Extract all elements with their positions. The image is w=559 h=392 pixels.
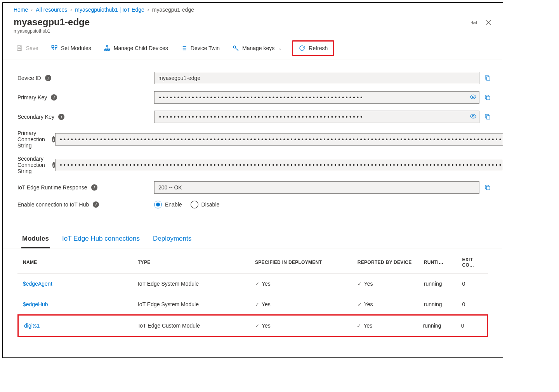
enable-conn-label: Enable connection to IoT Hub bbox=[17, 201, 89, 208]
check-icon: ✓ bbox=[357, 323, 361, 329]
tree-icon bbox=[104, 45, 111, 52]
svg-rect-20 bbox=[486, 96, 490, 100]
breadcrumb-allresources[interactable]: All resources bbox=[36, 7, 67, 13]
svg-point-17 bbox=[233, 46, 236, 48]
check-icon: ✓ bbox=[255, 281, 259, 287]
breadcrumb-iothub[interactable]: myasegpuiothub1 | IoT Edge bbox=[75, 7, 144, 13]
breadcrumb: Home › All resources › myasegpuiothub1 |… bbox=[3, 3, 503, 16]
svg-rect-5 bbox=[52, 45, 54, 47]
device-id-field: myasegpu1-edge bbox=[154, 72, 479, 84]
col-name[interactable]: NAME bbox=[17, 248, 135, 274]
module-link[interactable]: digits1 bbox=[24, 323, 40, 329]
breadcrumb-current: myasegpu1-edge bbox=[152, 7, 194, 13]
svg-point-10 bbox=[108, 49, 110, 51]
copy-icon[interactable] bbox=[484, 113, 492, 120]
device-twin-button[interactable]: Device Twin bbox=[178, 43, 222, 53]
tab-deployments[interactable]: Deployments bbox=[152, 235, 192, 248]
page-title: myasegpu1-edge bbox=[14, 17, 90, 28]
check-icon: ✓ bbox=[358, 302, 362, 307]
breadcrumb-home[interactable]: Home bbox=[14, 7, 28, 13]
chevron-right-icon: › bbox=[70, 7, 72, 12]
svg-rect-4 bbox=[18, 49, 21, 50]
svg-rect-6 bbox=[55, 45, 57, 47]
svg-point-8 bbox=[104, 49, 106, 51]
modules-icon bbox=[51, 45, 58, 52]
col-type[interactable]: TYPE bbox=[135, 248, 252, 274]
svg-point-19 bbox=[472, 96, 474, 98]
page-subtitle: myasegpuiothub1 bbox=[14, 28, 90, 34]
info-icon[interactable]: i bbox=[51, 94, 57, 101]
info-icon[interactable]: i bbox=[58, 114, 64, 120]
chevron-right-icon: › bbox=[31, 7, 33, 12]
chevron-right-icon: › bbox=[148, 7, 149, 12]
svg-point-7 bbox=[106, 45, 108, 47]
modules-table: NAME TYPE SPECIFIED IN DEPLOYMENT REPORT… bbox=[17, 248, 488, 315]
primary-conn-field: ••••••••••••••••••••••••••••••••••••••••… bbox=[55, 133, 503, 146]
toolbar: Save Set Modules Manage Child Devices De… bbox=[3, 37, 503, 59]
key-icon bbox=[232, 45, 239, 52]
runtime-response-label: IoT Edge Runtime Response bbox=[17, 184, 87, 191]
tab-modules[interactable]: Modules bbox=[21, 235, 50, 248]
secondary-key-label: Secondary Key bbox=[17, 114, 54, 120]
disable-radio[interactable]: Disable bbox=[191, 201, 220, 208]
info-icon[interactable]: i bbox=[93, 201, 99, 208]
copy-icon[interactable] bbox=[484, 75, 492, 82]
svg-point-21 bbox=[472, 115, 474, 117]
secondary-conn-label: Secondary Connection String bbox=[17, 156, 49, 174]
info-icon[interactable]: i bbox=[52, 136, 55, 142]
svg-point-9 bbox=[106, 49, 108, 51]
col-spec[interactable]: SPECIFIED IN DEPLOYMENT bbox=[252, 248, 354, 274]
svg-rect-27 bbox=[486, 186, 490, 190]
highlighted-row-box: digits1 IoT Edge Custom Module ✓Yes ✓Yes… bbox=[17, 314, 488, 337]
table-row[interactable]: digits1 IoT Edge Custom Module ✓Yes ✓Yes… bbox=[19, 316, 487, 336]
info-icon[interactable]: i bbox=[52, 162, 55, 168]
refresh-icon bbox=[299, 45, 306, 52]
table-row[interactable]: $edgeHub IoT Edge System Module ✓Yes ✓Ye… bbox=[17, 294, 488, 315]
save-icon bbox=[16, 45, 23, 52]
enable-radio[interactable]: Enable bbox=[154, 201, 182, 208]
svg-rect-3 bbox=[18, 46, 20, 47]
reveal-icon[interactable] bbox=[470, 94, 477, 102]
col-exit[interactable]: EXIT CO… bbox=[459, 248, 488, 274]
refresh-button[interactable]: Refresh bbox=[296, 43, 330, 53]
module-link[interactable]: $edgeAgent bbox=[23, 281, 52, 287]
info-icon[interactable]: i bbox=[91, 184, 97, 191]
check-icon: ✓ bbox=[255, 302, 259, 307]
reveal-icon[interactable] bbox=[470, 113, 477, 121]
primary-conn-label: Primary Connection String bbox=[17, 130, 48, 149]
tab-connections[interactable]: IoT Edge Hub connections bbox=[61, 235, 141, 248]
table-row[interactable]: $edgeAgent IoT Edge System Module ✓Yes ✓… bbox=[17, 274, 488, 294]
manage-keys-button[interactable]: Manage keys ⌄ bbox=[230, 43, 284, 53]
list-icon bbox=[181, 45, 187, 52]
manage-child-devices-button[interactable]: Manage Child Devices bbox=[101, 43, 170, 53]
check-icon: ✓ bbox=[255, 323, 259, 329]
chevron-down-icon: ⌄ bbox=[278, 46, 282, 51]
device-id-label: Device ID bbox=[17, 75, 41, 81]
svg-rect-18 bbox=[486, 77, 490, 80]
primary-key-field: ••••••••••••••••••••••••••••••••••••••••… bbox=[154, 91, 479, 104]
col-reported[interactable]: REPORTED BY DEVICE bbox=[354, 248, 421, 274]
set-modules-button[interactable]: Set Modules bbox=[49, 43, 94, 53]
copy-icon[interactable] bbox=[484, 184, 492, 191]
check-icon: ✓ bbox=[358, 281, 362, 287]
col-runtime[interactable]: RUNTI… bbox=[421, 248, 459, 274]
secondary-key-field: ••••••••••••••••••••••••••••••••••••••••… bbox=[154, 111, 479, 123]
secondary-conn-field: ••••••••••••••••••••••••••••••••••••••••… bbox=[55, 159, 503, 171]
primary-key-label: Primary Key bbox=[17, 94, 47, 101]
close-icon[interactable] bbox=[485, 19, 492, 27]
runtime-response-field: 200 -- OK bbox=[154, 181, 479, 194]
pin-icon[interactable] bbox=[471, 19, 478, 27]
info-icon[interactable]: i bbox=[45, 75, 51, 81]
save-button: Save bbox=[14, 43, 41, 53]
svg-rect-22 bbox=[486, 116, 490, 119]
copy-icon[interactable] bbox=[484, 94, 492, 101]
module-link[interactable]: $edgeHub bbox=[23, 301, 48, 307]
